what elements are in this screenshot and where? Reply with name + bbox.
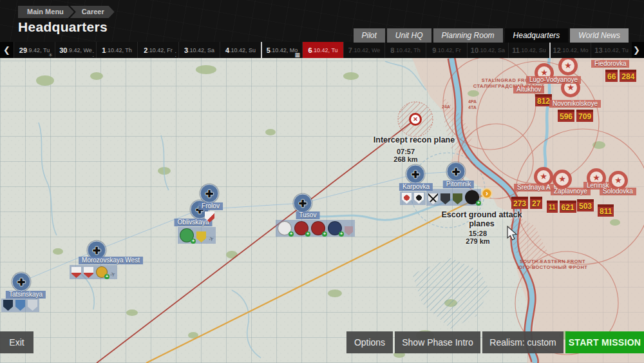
show-phase-intro-button[interactable]: Show Phase Intro <box>395 331 480 353</box>
plane-icon[interactable]: ✈ <box>207 235 215 243</box>
day-event-icon: ⁚ <box>175 52 176 58</box>
airfield-icon-tatsinskaya[interactable] <box>12 273 31 291</box>
timeline-day-current[interactable]: 6.10.42, Tu <box>302 42 343 58</box>
airfield-label-solodovka[interactable]: Solodovka <box>600 188 636 195</box>
tab-headquarters[interactable]: Headquarters <box>505 28 569 43</box>
airfield-label-altukhov[interactable]: Altukhov <box>513 86 544 93</box>
timeline-prev-icon[interactable]: ❮ <box>0 42 14 58</box>
unit-emblem-group <box>1 299 39 312</box>
day-rest: .10.42, Su <box>520 47 546 54</box>
day-rest: .10.42, Sa <box>188 47 214 54</box>
date-timeline: ❮ 29.9.42, Tu✳ 30.9.42, We⁚ 1.10.42, Th … <box>0 42 644 58</box>
unit-emblem[interactable] <box>28 300 37 311</box>
unit-emblem[interactable] <box>278 221 292 235</box>
airfield-label-lugo-vodyanoye[interactable]: Lugo-Vodyanoye <box>526 76 581 84</box>
timeline-day[interactable]: 5.10.42, Mo▦ <box>261 42 302 58</box>
unit-emblem[interactable] <box>428 193 438 204</box>
aircraft-count: 11 <box>547 201 558 213</box>
timeline-day[interactable]: 10.10.42, Sa <box>467 42 508 58</box>
timeline-day[interactable]: 30.9.42, We⁚ <box>55 42 96 58</box>
airfield-label-frolov[interactable]: Frolov <box>198 202 223 210</box>
airfield-label-pitomnik[interactable]: Pitomnik <box>443 181 474 188</box>
options-button[interactable]: Options <box>346 331 393 353</box>
timeline-day[interactable]: 9.10.42, Fr <box>426 42 467 58</box>
unit-emblem[interactable] <box>3 300 13 311</box>
day-rest: .10.42, Tu <box>603 47 629 54</box>
day-rest: .10.42, We <box>352 47 380 54</box>
airfield-icon-frolov[interactable] <box>200 184 219 203</box>
day-rest: .10.42, Th <box>106 47 131 54</box>
aircraft-count-group: 66 284 <box>605 70 636 82</box>
footer-button-bar: Options Show Phase Intro Realism: custom… <box>346 331 644 353</box>
unit-emblem[interactable] <box>71 267 81 278</box>
day-rest: .10.42, Mo <box>561 47 589 54</box>
airfield-label-fiedorovka[interactable]: Fiedorovka <box>591 60 629 68</box>
breadcrumb-main-menu[interactable]: Main Menu <box>18 6 74 18</box>
timeline-day[interactable]: 3.10.42, Sa <box>178 42 220 58</box>
day-number: 12 <box>553 46 561 54</box>
unit-emblem[interactable] <box>465 190 479 204</box>
unit-emblem[interactable] <box>294 221 308 235</box>
unit-emblem[interactable] <box>180 228 194 242</box>
mission-title[interactable]: Intercept recon plane <box>374 135 455 144</box>
exit-button[interactable]: Exit <box>0 331 33 353</box>
aircraft-count: 273 <box>511 197 528 209</box>
army-label: 4TA <box>468 105 477 110</box>
day-rest: .10.42, Fr <box>436 47 461 54</box>
unit-emblem[interactable] <box>453 193 462 204</box>
day-rest: .10.42, Sa <box>478 47 505 54</box>
airfield-label-srednaya[interactable]: Srednaya A <box>514 184 554 191</box>
unit-emblem[interactable] <box>84 267 93 278</box>
airfield-label-tatsinskaya[interactable]: Tatsinskaya <box>6 291 46 299</box>
unit-emblem[interactable] <box>414 193 424 204</box>
airfield-label-tusov[interactable]: Tusov <box>296 211 320 219</box>
mission-marker-intercept[interactable] <box>409 113 422 126</box>
breadcrumb-career[interactable]: Career <box>70 6 115 18</box>
unit-emblem[interactable] <box>345 226 353 235</box>
timeline-day[interactable]: 8.10.42, Th <box>384 42 426 58</box>
aircraft-count: 503 <box>577 199 594 211</box>
airfield-icon-karpovka[interactable] <box>406 165 425 184</box>
day-number: 13 <box>594 46 602 54</box>
timeline-day[interactable]: 29.9.42, Tu✳ <box>14 42 55 58</box>
airfield-icon-tusov[interactable] <box>294 194 312 213</box>
unit-emblem[interactable] <box>440 193 450 204</box>
airfield-label-novonikolskoye[interactable]: Novonikolskoye <box>549 100 601 108</box>
timeline-day[interactable]: 11.10.42, Su <box>508 42 549 58</box>
realism-button[interactable]: Realism: custom <box>482 331 564 353</box>
timeline-day[interactable]: 12.10.42, Mo <box>549 42 591 58</box>
mission-title[interactable]: Escort ground attack planes <box>441 210 522 228</box>
unit-emblem[interactable] <box>96 266 108 278</box>
day-rest: .10.42, Th <box>394 47 420 54</box>
day-rest: .9.42, Tu <box>27 47 50 54</box>
unit-emblem[interactable] <box>328 221 342 235</box>
unit-emblem[interactable] <box>196 231 206 242</box>
airfield-icon-pitomnik[interactable] <box>447 162 466 181</box>
timeline-day[interactable]: 13.10.42, Tu <box>591 42 632 58</box>
day-number: 30 <box>59 46 67 54</box>
mission-distance: 279 km <box>466 237 489 245</box>
tab-world-news[interactable]: World News <box>570 28 629 43</box>
unit-emblem[interactable] <box>15 300 25 311</box>
start-mission-button[interactable]: START MISSION <box>565 331 644 353</box>
tab-unit-hq[interactable]: Unit HQ <box>387 28 431 43</box>
unit-emblem-group: ✈ <box>178 227 216 244</box>
airfield-label-morozovskaya-west[interactable]: Morozovskaya West <box>79 257 143 264</box>
plane-icon[interactable]: ✈ <box>109 270 117 279</box>
aircraft-count: 27 <box>530 197 542 209</box>
aircraft-count: 709 <box>576 110 593 122</box>
soviet-airfield-icon[interactable] <box>553 170 572 189</box>
timeline-next-icon[interactable]: ❯ <box>632 42 641 58</box>
timeline-day[interactable]: 1.10.42, Th <box>96 42 137 58</box>
mission-marker-escort[interactable] <box>482 188 493 199</box>
front-name-ru: ЮГО-ВОСТОЧНЫЙ ФРОНТ <box>518 264 588 270</box>
tab-planning-room[interactable]: Planning Room <box>433 28 503 43</box>
timeline-day[interactable]: 2.10.42, Fr⁚ <box>137 42 178 58</box>
unit-emblem[interactable] <box>402 193 412 204</box>
unit-emblem[interactable] <box>311 221 325 235</box>
timeline-day[interactable]: 4.10.42, Su <box>220 42 261 58</box>
timeline-day[interactable]: 7.10.42, We <box>343 42 384 58</box>
unit-emblem[interactable] <box>205 211 214 222</box>
tab-pilot[interactable]: Pilot <box>354 28 385 43</box>
campaign-map[interactable]: STALINGRAD FRONT СТАЛИНГРАДСКИЙ ФРОНТ SO… <box>0 58 644 363</box>
